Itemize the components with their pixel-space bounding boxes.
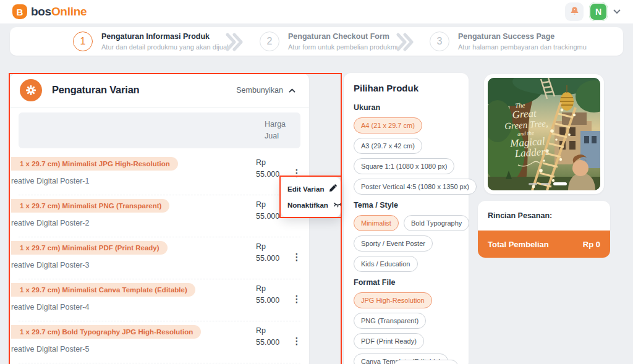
pencil-icon — [329, 184, 337, 195]
logo-text: bosOnline — [31, 5, 87, 19]
kebab-menu-icon[interactable]: ⋮ — [291, 290, 303, 308]
variant-price: Rp55.000 — [256, 283, 279, 307]
notifications-button[interactable] — [565, 2, 584, 21]
kebab-menu-icon[interactable]: ⋮ — [291, 332, 303, 350]
step-title: Pengaturan Informasi Produk — [101, 32, 228, 41]
variant-settings-panel: Pengaturan Varian Sembunyikan Harga Jual… — [10, 73, 309, 364]
variant-row: 1 x 29.7 cm) Minimalist PNG (Transparent… — [19, 195, 300, 237]
variant-badge: 1 x 29.7 cm) Minimalist PNG (Transparent… — [11, 199, 169, 213]
app-logo[interactable]: B bosOnline — [12, 4, 87, 19]
variant-panel-header: Pengaturan Varian Sembunyikan — [10, 73, 309, 108]
option-pdf[interactable]: PDF (Print Ready) — [354, 333, 424, 349]
variant-name: reative Digital Poster-4 — [11, 303, 89, 311]
variant-price: Rp55.000 — [256, 325, 279, 349]
group-label-format: Format File — [354, 278, 459, 287]
option-a3[interactable]: A3 (29.7 x 42 cm) — [354, 138, 422, 154]
product-image-card: The Great Green Tree, and the Magical La… — [484, 74, 604, 194]
avatar[interactable]: N — [589, 2, 608, 21]
option-minimalist[interactable]: Minimalist — [354, 215, 399, 231]
hide-panel-button[interactable]: Sembunyikan — [236, 86, 299, 95]
bell-icon — [570, 6, 579, 18]
chevron-up-icon — [289, 86, 295, 95]
step-subtitle: Atur halaman pembayaran dan trackingmu — [458, 43, 587, 51]
variant-row: 1 x 29.7 cm) Minimalist Canva Template (… — [19, 279, 300, 321]
variant-price: Rp55.000 — [256, 199, 279, 222]
variant-badge: 1 x 29.7 cm) Bold Typography JPG High-Re… — [11, 325, 201, 339]
total-label: Total Pembelian — [488, 240, 549, 249]
variant-price: Rp55.000 — [256, 157, 279, 180]
option-sporty[interactable]: Sporty / Event Poster — [354, 235, 433, 252]
step-subtitle: Atur dan detail produkmu yang akan dijua… — [101, 43, 228, 51]
step-success-page[interactable]: 3 Pengaturan Success Page Atur halaman p… — [430, 32, 587, 51]
option-bold-typography[interactable]: Bold Typography — [404, 215, 469, 231]
total-value: Rp 0 — [583, 240, 600, 249]
variant-name: reative Digital Poster-2 — [11, 219, 89, 227]
step-circle: 3 — [430, 32, 449, 51]
total-purchase-bar: Total Pembelian Rp 0 — [478, 231, 610, 258]
svg-text:Ladders: Ladders — [514, 145, 550, 159]
screen: B bosOnline N 1 Pengaturan Informasi Pro… — [0, 0, 633, 364]
stepper: 1 Pengaturan Informasi Produk Atur dan d… — [10, 27, 623, 56]
step-subtitle: Atur form untuk pembelian produkmu — [288, 43, 400, 51]
topbar-right: N — [565, 2, 621, 21]
variant-rows: 1 x 29.7 cm) Minimalist JPG High-Resolut… — [10, 153, 309, 363]
variant-context-menu: Edit Varian Nonaktifkan — [281, 177, 341, 217]
kebab-menu-icon[interactable]: ⋮ — [291, 248, 303, 266]
step-circle: 1 — [73, 32, 93, 51]
variant-price: Rp55.000 — [256, 241, 279, 265]
variant-table-header: Harga Jual — [19, 112, 300, 148]
product-cover-image[interactable]: The Great Green Tree, and the Magical La… — [488, 78, 600, 190]
step-informasi-produk[interactable]: 1 Pengaturan Informasi Produk Atur dan d… — [73, 32, 228, 51]
order-summary-title: Rincian Pesanan: — [488, 211, 552, 220]
chevron-separator-icon — [225, 33, 244, 54]
step-title: Pengaturan Checkout Form — [288, 32, 400, 41]
variant-panel-title: Pengaturan Varian — [52, 84, 236, 96]
clipped-option-pill[interactable] — [394, 360, 458, 364]
option-a4[interactable]: A4 (21 x 29.7 cm) — [354, 117, 422, 133]
variant-badge: 1 x 29.7 cm) Minimalist Canva Template (… — [11, 283, 195, 297]
variant-row: 1 x 29.7 cm) Minimalist JPG High-Resolut… — [19, 153, 300, 195]
price-column-header: Harga Jual — [265, 119, 286, 142]
edit-variant-menu-item[interactable]: Edit Varian — [287, 181, 334, 197]
hide-label: Sembunyikan — [236, 86, 283, 95]
option-kids[interactable]: Kids / Education — [354, 256, 418, 272]
chevron-down-icon[interactable] — [613, 9, 621, 14]
order-summary-card: Rincian Pesanan: Total Pembelian Rp 0 — [478, 201, 610, 258]
variant-row: 1 x 29.7 cm) Bold Typography JPG High-Re… — [19, 321, 300, 363]
group-label-tema: Tema / Style — [354, 201, 459, 210]
chevron-separator-icon — [396, 33, 414, 54]
variant-name: reative Digital Poster-1 — [11, 177, 89, 185]
variant-name: reative Digital Poster-5 — [11, 345, 89, 353]
step-title: Pengaturan Success Page — [458, 32, 587, 41]
product-panel-title: Pilihan Produk — [354, 83, 459, 93]
option-png[interactable]: PNG (Transparent) — [354, 313, 426, 329]
deactivate-menu-item[interactable]: Nonaktifkan — [287, 197, 334, 213]
option-square[interactable]: Square 1:1 (1080 x 1080 px) — [354, 158, 454, 174]
step-circle: 2 — [260, 32, 279, 51]
logo-icon: B — [12, 4, 27, 19]
tema-row: Minimalist Bold Typography — [354, 215, 459, 235]
gear-icon — [20, 79, 42, 101]
eye-off-icon — [333, 200, 342, 211]
product-options-panel: Pilihan Produk Ukuran A4 (21 x 29.7 cm) … — [344, 73, 469, 364]
option-jpg[interactable]: JPG High-Resolution — [354, 292, 432, 308]
topbar: B bosOnline N — [0, 0, 633, 23]
variant-badge: 1 x 29.7 cm) Minimalist JPG High-Resolut… — [11, 157, 178, 171]
variant-badge: 1 x 29.7 cm) Minimalist PDF (Print Ready… — [11, 241, 168, 255]
variant-row: 1 x 29.7 cm) Minimalist PDF (Print Ready… — [19, 237, 300, 279]
option-poster-vertical[interactable]: Poster Vertical 4:5 (1080 x 1350 px) — [354, 179, 477, 195]
group-label-ukuran: Ukuran — [354, 103, 459, 112]
variant-name: reative Digital Poster-3 — [11, 261, 89, 269]
order-summary-header: Rincian Pesanan: — [478, 201, 610, 231]
step-checkout-form[interactable]: 2 Pengaturan Checkout Form Atur form unt… — [260, 32, 400, 51]
